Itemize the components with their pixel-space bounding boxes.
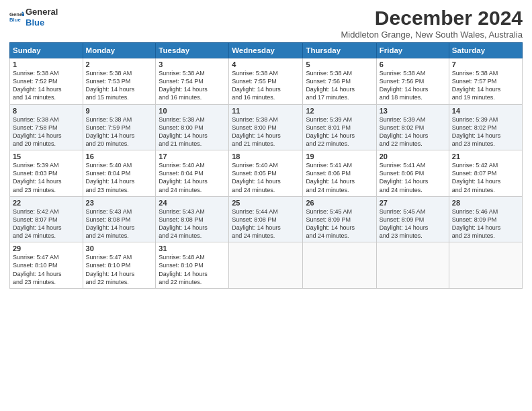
day-header-thursday: Thursday <box>303 43 376 58</box>
day-header-saturday: Saturday <box>449 43 522 58</box>
day-number: 22 <box>13 199 80 207</box>
day-info: Sunrise: 5:42 AMSunset: 8:07 PMDaylight:… <box>452 161 519 194</box>
day-cell: 14Sunrise: 5:39 AMSunset: 8:02 PMDayligh… <box>449 104 522 150</box>
day-number: 30 <box>86 244 153 253</box>
day-cell: 1Sunrise: 5:38 AMSunset: 7:52 PMDaylight… <box>10 58 83 105</box>
day-info: Sunrise: 5:42 AMSunset: 8:07 PMDaylight:… <box>13 208 80 240</box>
day-number: 4 <box>232 60 300 68</box>
day-cell: 22Sunrise: 5:42 AMSunset: 8:07 PMDayligh… <box>10 196 83 242</box>
day-number: 1 <box>13 60 80 68</box>
day-number: 19 <box>306 152 373 161</box>
day-info: Sunrise: 5:38 AMSunset: 7:55 PMDaylight:… <box>232 69 300 102</box>
logo-text-line2: Blue <box>26 17 58 28</box>
day-cell <box>449 242 522 289</box>
svg-text:Blue: Blue <box>9 16 21 22</box>
day-info: Sunrise: 5:48 AMSunset: 8:10 PMDaylight:… <box>159 253 226 286</box>
day-number: 12 <box>306 107 373 115</box>
day-cell: 5Sunrise: 5:38 AMSunset: 7:56 PMDaylight… <box>303 58 376 105</box>
day-info: Sunrise: 5:38 AMSunset: 7:56 PMDaylight:… <box>306 69 373 102</box>
day-info: Sunrise: 5:39 AMSunset: 8:03 PMDaylight:… <box>13 161 80 194</box>
day-cell: 30Sunrise: 5:47 AMSunset: 8:10 PMDayligh… <box>83 242 156 289</box>
logo-icon: General Blue <box>9 10 24 25</box>
day-info: Sunrise: 5:39 AMSunset: 8:02 PMDaylight:… <box>380 116 446 148</box>
day-number: 13 <box>380 107 446 115</box>
day-number: 25 <box>232 199 300 207</box>
day-info: Sunrise: 5:44 AMSunset: 8:08 PMDaylight:… <box>232 208 300 240</box>
day-info: Sunrise: 5:41 AMSunset: 8:06 PMDaylight:… <box>306 161 373 194</box>
day-cell: 31Sunrise: 5:48 AMSunset: 8:10 PMDayligh… <box>156 242 229 289</box>
day-number: 3 <box>159 60 226 68</box>
logo-text-line1: General <box>26 7 58 17</box>
day-cell: 15Sunrise: 5:39 AMSunset: 8:03 PMDayligh… <box>10 150 83 197</box>
day-number: 27 <box>380 199 446 207</box>
day-info: Sunrise: 5:38 AMSunset: 7:59 PMDaylight:… <box>86 116 153 148</box>
day-info: Sunrise: 5:38 AMSunset: 8:00 PMDaylight:… <box>232 116 300 148</box>
day-cell: 21Sunrise: 5:42 AMSunset: 8:07 PMDayligh… <box>449 150 522 197</box>
day-info: Sunrise: 5:47 AMSunset: 8:10 PMDaylight:… <box>86 253 153 286</box>
day-cell <box>303 242 376 289</box>
day-cell: 12Sunrise: 5:39 AMSunset: 8:01 PMDayligh… <box>303 104 376 150</box>
day-header-sunday: Sunday <box>10 43 83 58</box>
day-info: Sunrise: 5:38 AMSunset: 8:00 PMDaylight:… <box>159 116 226 148</box>
day-cell: 20Sunrise: 5:41 AMSunset: 8:06 PMDayligh… <box>376 150 449 197</box>
day-info: Sunrise: 5:45 AMSunset: 8:09 PMDaylight:… <box>306 208 373 240</box>
day-cell <box>229 242 303 289</box>
day-info: Sunrise: 5:38 AMSunset: 7:57 PMDaylight:… <box>452 69 519 102</box>
day-number: 8 <box>13 107 80 115</box>
day-info: Sunrise: 5:45 AMSunset: 8:09 PMDaylight:… <box>380 208 446 240</box>
title-area: December 2024 Middleton Grange, New Sout… <box>341 7 523 40</box>
day-header-wednesday: Wednesday <box>229 43 303 58</box>
day-info: Sunrise: 5:43 AMSunset: 8:08 PMDaylight:… <box>86 208 153 240</box>
day-number: 11 <box>232 107 300 115</box>
day-number: 15 <box>13 152 80 161</box>
day-cell: 18Sunrise: 5:40 AMSunset: 8:05 PMDayligh… <box>229 150 303 197</box>
logo: General Blue General Blue <box>9 7 58 28</box>
week-row-3: 15Sunrise: 5:39 AMSunset: 8:03 PMDayligh… <box>10 150 523 197</box>
day-cell: 3Sunrise: 5:38 AMSunset: 7:54 PMDaylight… <box>156 58 229 105</box>
day-info: Sunrise: 5:38 AMSunset: 7:58 PMDaylight:… <box>13 116 80 148</box>
day-info: Sunrise: 5:38 AMSunset: 7:53 PMDaylight:… <box>86 69 153 102</box>
day-header-monday: Monday <box>83 43 156 58</box>
day-cell: 24Sunrise: 5:43 AMSunset: 8:08 PMDayligh… <box>156 196 229 242</box>
day-info: Sunrise: 5:38 AMSunset: 7:54 PMDaylight:… <box>159 69 226 102</box>
day-cell: 6Sunrise: 5:38 AMSunset: 7:56 PMDaylight… <box>376 58 449 105</box>
day-cell: 10Sunrise: 5:38 AMSunset: 8:00 PMDayligh… <box>156 104 229 150</box>
day-info: Sunrise: 5:40 AMSunset: 8:04 PMDaylight:… <box>159 161 226 194</box>
day-cell: 4Sunrise: 5:38 AMSunset: 7:55 PMDaylight… <box>229 58 303 105</box>
day-cell: 16Sunrise: 5:40 AMSunset: 8:04 PMDayligh… <box>83 150 156 197</box>
location-subtitle: Middleton Grange, New South Wales, Austr… <box>341 30 523 40</box>
day-cell: 27Sunrise: 5:45 AMSunset: 8:09 PMDayligh… <box>376 196 449 242</box>
day-cell: 9Sunrise: 5:38 AMSunset: 7:59 PMDaylight… <box>83 104 156 150</box>
day-header-tuesday: Tuesday <box>156 43 229 58</box>
day-number: 16 <box>86 152 153 161</box>
day-info: Sunrise: 5:40 AMSunset: 8:04 PMDaylight:… <box>86 161 153 194</box>
day-cell: 13Sunrise: 5:39 AMSunset: 8:02 PMDayligh… <box>376 104 449 150</box>
day-number: 9 <box>86 107 153 115</box>
header: General Blue General Blue December 2024 … <box>9 7 523 40</box>
calendar-table: SundayMondayTuesdayWednesdayThursdayFrid… <box>9 42 523 289</box>
day-info: Sunrise: 5:46 AMSunset: 8:09 PMDaylight:… <box>452 208 519 240</box>
day-number: 18 <box>232 152 300 161</box>
day-cell: 19Sunrise: 5:41 AMSunset: 8:06 PMDayligh… <box>303 150 376 197</box>
day-info: Sunrise: 5:39 AMSunset: 8:02 PMDaylight:… <box>452 116 519 148</box>
day-info: Sunrise: 5:47 AMSunset: 8:10 PMDaylight:… <box>13 253 80 286</box>
month-title: December 2024 <box>341 7 523 30</box>
day-number: 6 <box>380 60 446 68</box>
day-number: 21 <box>452 152 519 161</box>
day-cell: 8Sunrise: 5:38 AMSunset: 7:58 PMDaylight… <box>10 104 83 150</box>
week-row-1: 1Sunrise: 5:38 AMSunset: 7:52 PMDaylight… <box>10 58 523 105</box>
week-row-4: 22Sunrise: 5:42 AMSunset: 8:07 PMDayligh… <box>10 196 523 242</box>
day-cell <box>376 242 449 289</box>
day-number: 14 <box>452 107 519 115</box>
day-number: 17 <box>159 152 226 161</box>
day-number: 26 <box>306 199 373 207</box>
day-header-friday: Friday <box>376 43 449 58</box>
day-cell: 23Sunrise: 5:43 AMSunset: 8:08 PMDayligh… <box>83 196 156 242</box>
day-info: Sunrise: 5:41 AMSunset: 8:06 PMDaylight:… <box>380 161 446 194</box>
day-number: 28 <box>452 199 519 207</box>
day-number: 2 <box>86 60 153 68</box>
page: General Blue General Blue December 2024 … <box>0 0 532 411</box>
day-cell: 26Sunrise: 5:45 AMSunset: 8:09 PMDayligh… <box>303 196 376 242</box>
svg-marker-3 <box>22 13 24 15</box>
day-info: Sunrise: 5:38 AMSunset: 7:56 PMDaylight:… <box>380 69 446 102</box>
